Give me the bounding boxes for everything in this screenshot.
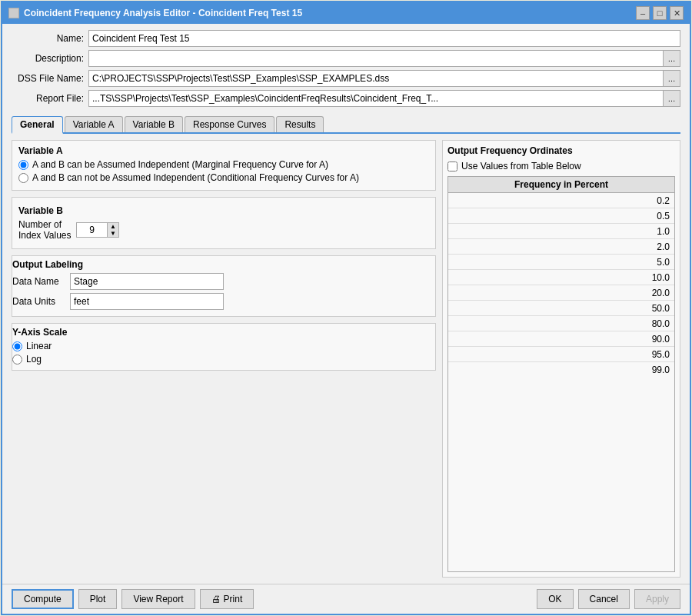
form-area: Name: Description: … DSS File Name: … Re… [2,24,690,113]
print-button[interactable]: 🖨 Print [200,589,255,609]
report-field-container: … [88,90,680,107]
bottom-left-buttons: Compute Plot View Report 🖨 Print [12,589,532,609]
freq-value: 80.0 [448,318,674,329]
variable-b-label: Variable B [18,205,63,216]
name-label: Name: [12,33,88,44]
report-browse-button[interactable]: … [664,90,680,107]
yaxis-scale-title: Y-Axis Scale [12,327,435,338]
dss-field-container: … [88,70,680,87]
dss-label: DSS File Name: [12,73,88,84]
table-row: 99.0 [448,362,674,378]
tabs-container: General Variable A Variable B Response C… [2,113,690,134]
num-index-row: Number of Index Values ▲ ▼ [18,219,429,241]
table-row: 5.0 [448,255,674,270]
table-row: 95.0 [448,347,674,362]
radio-linear-label: Linear [26,341,52,351]
tab-variable-a[interactable]: Variable A [65,116,123,132]
description-browse-button[interactable]: … [664,50,680,67]
freq-table: Frequency in Percent 0.20.51.02.05.010.0… [447,176,675,572]
apply-button[interactable]: Apply [634,589,680,609]
title-bar-controls: – □ ✕ [636,6,684,20]
table-row: 0.2 [448,193,674,208]
right-panel: Output Frequency Ordinates Use Values fr… [442,140,680,578]
name-row: Name: [12,30,680,47]
freq-value: 10.0 [448,272,674,283]
left-panel: Variable A A and B can be Assumed Indepe… [12,140,436,578]
radio-dependent-label: A and B can not be Assumed Independent (… [32,172,359,183]
radio-log-row: Log [12,354,435,365]
radio-log-label: Log [26,354,42,365]
content-area: Variable A A and B can be Assumed Indepe… [2,134,690,584]
radio-dependent[interactable] [18,173,28,183]
num-index-input[interactable] [76,222,107,238]
freq-value: 1.0 [448,226,674,237]
name-field[interactable] [88,30,680,47]
freq-table-header: Frequency in Percent [448,177,674,193]
table-row: 90.0 [448,331,674,347]
freq-value: 90.0 [448,334,674,345]
main-window: Coincident Frequency Analysis Editor - C… [1,1,691,615]
tab-general[interactable]: General [12,116,63,134]
plot-button[interactable]: Plot [78,589,118,609]
radio-linear[interactable] [12,341,22,351]
table-row: 10.0 [448,270,674,285]
data-name-label: Data Name [12,276,70,287]
tabs: General Variable A Variable B Response C… [12,116,680,134]
freq-table-body: 0.20.51.02.05.010.020.050.080.090.095.09… [448,193,674,378]
yaxis-scale-section: Y-Axis Scale Linear Log [12,323,436,371]
dss-field[interactable] [88,70,664,87]
spinbox-arrows: ▲ ▼ [107,222,119,238]
spinbox-up[interactable]: ▲ [108,223,118,230]
use-values-checkbox[interactable] [447,161,457,171]
data-units-row: Data Units [12,293,435,310]
tab-results[interactable]: Results [276,116,324,132]
variable-a-title: Variable A [18,145,429,156]
close-button[interactable]: ✕ [670,6,684,20]
use-values-row: Use Values from Table Below [447,161,675,171]
compute-button[interactable]: Compute [12,589,74,609]
table-row: 20.0 [448,285,674,301]
report-row: Report File: … [12,90,680,107]
ok-button[interactable]: OK [537,589,573,609]
view-report-button[interactable]: View Report [121,589,195,609]
window-title: Coincident Frequency Analysis Editor - C… [24,8,302,18]
description-field[interactable] [88,50,664,67]
bottom-bar: Compute Plot View Report 🖨 Print OK Canc… [2,584,690,614]
data-units-field[interactable] [70,293,224,310]
output-freq-title: Output Frequency Ordinates [447,145,675,156]
report-label: Report File: [12,93,88,104]
print-label: Print [224,594,243,604]
radio-dependent-row: A and B can not be Assumed Independent (… [18,172,429,183]
data-name-field[interactable] [70,273,224,290]
freq-value: 20.0 [448,288,674,298]
radio-independent[interactable] [18,160,28,170]
data-name-row: Data Name [12,273,435,290]
variable-b-section: Variable B Number of Index Values ▲ ▼ [12,197,436,249]
description-row: Description: … [12,50,680,67]
output-labeling-title: Output Labeling [12,259,435,270]
maximize-button[interactable]: □ [653,6,667,20]
radio-log[interactable] [12,355,22,365]
variable-a-section: Variable A A and B can be Assumed Indepe… [12,140,436,191]
spinbox-down[interactable]: ▼ [108,230,118,237]
radio-linear-row: Linear [12,341,435,351]
freq-value: 0.2 [448,195,674,206]
cancel-button[interactable]: Cancel [578,589,630,609]
minimize-button[interactable]: – [636,6,650,20]
dss-browse-button[interactable]: … [664,70,680,87]
variable-b-row: Variable B [18,202,429,219]
description-label: Description: [12,53,88,64]
dss-row: DSS File Name: … [12,70,680,87]
table-row: 1.0 [448,224,674,239]
freq-value: 5.0 [448,257,674,268]
tab-variable-b[interactable]: Variable B [125,116,183,132]
use-values-label: Use Values from Table Below [461,161,581,171]
tab-response-curves[interactable]: Response Curves [185,116,274,132]
bottom-right-buttons: OK Cancel Apply [537,589,680,609]
freq-value: 0.5 [448,211,674,221]
report-field[interactable] [88,90,664,107]
table-row: 0.5 [448,208,674,224]
freq-value: 2.0 [448,241,674,252]
freq-value: 95.0 [448,349,674,360]
print-icon: 🖨 [211,594,221,604]
